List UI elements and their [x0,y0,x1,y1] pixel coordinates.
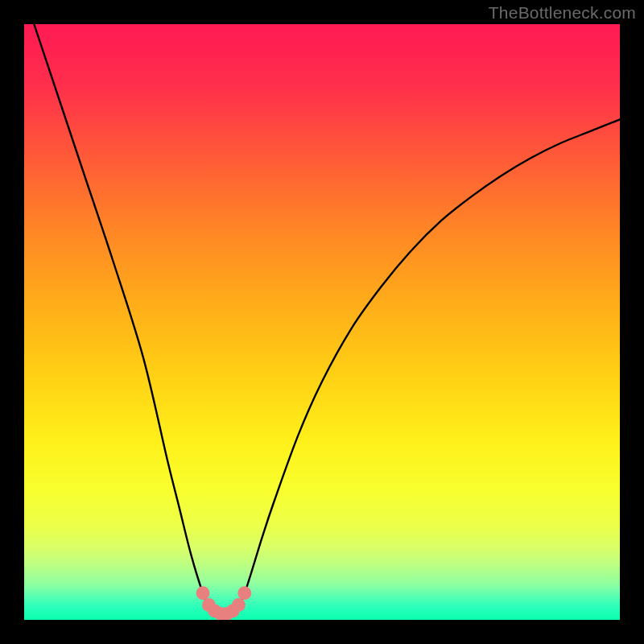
watermark-label: TheBottleneck.com [489,3,636,23]
bottleneck-curve [24,24,620,614]
valley-marker [237,586,251,600]
plot-area [24,24,620,620]
chart-frame: TheBottleneck.com [0,0,644,644]
valley-marker [232,598,246,612]
curve-svg [24,24,620,620]
valley-marker-group [196,586,252,620]
valley-marker [196,586,210,600]
